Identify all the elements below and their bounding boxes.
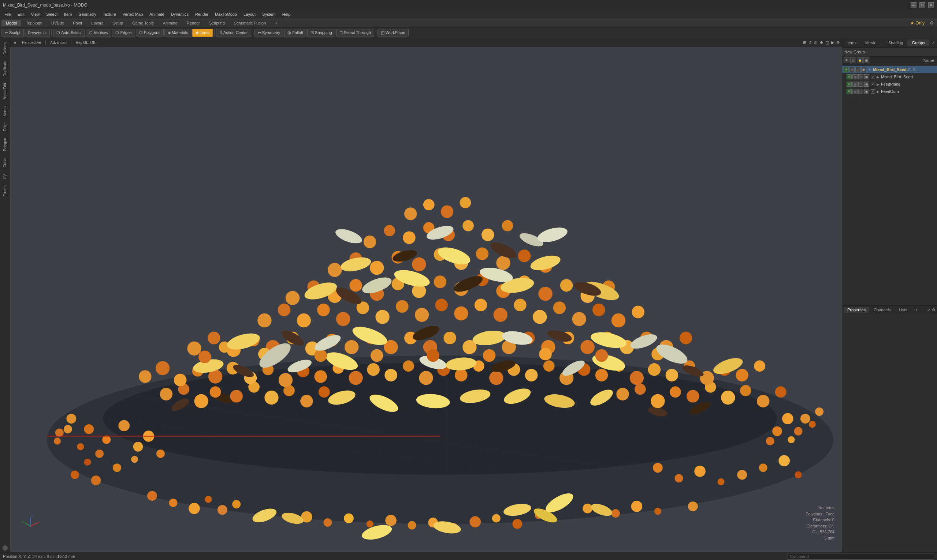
tree-type-icon-1[interactable]: ▣ bbox=[861, 67, 866, 72]
maximize-button[interactable]: □ bbox=[919, 2, 925, 8]
viewport-icon-refresh[interactable]: ↺ bbox=[809, 40, 812, 45]
menu-file[interactable]: File bbox=[2, 11, 14, 17]
tree-collapse-icon-1[interactable]: ▼ bbox=[868, 68, 871, 72]
bpanel-expand-icon[interactable]: ⤢ bbox=[927, 308, 931, 312]
command-input[interactable] bbox=[787, 553, 934, 560]
tree-header-eye-icon[interactable]: 👁 bbox=[844, 57, 849, 63]
viewport-raygl-btn[interactable]: Ray GL: Off bbox=[74, 40, 97, 45]
tree-render-icon-1[interactable]: ◎ bbox=[849, 67, 855, 72]
bpanel-tab-add[interactable]: + bbox=[911, 307, 921, 313]
rpanel-tab-mesh[interactable]: Mesh ... bbox=[861, 40, 884, 46]
tree-type-icon-4[interactable]: ▣ bbox=[864, 89, 869, 94]
sculpt-button[interactable]: ✏ Sculpt bbox=[2, 29, 24, 37]
viewport-icon-zoom[interactable]: ⊕ bbox=[820, 40, 823, 45]
tree-row-mixed-bird-seed-group[interactable]: 👁 ◎ □ ▣ ▼ Mixed_Bird_Seed 2 : Gr... bbox=[842, 66, 937, 73]
bpanel-tab-lists[interactable]: Lists bbox=[895, 307, 911, 313]
tab-animate[interactable]: Animate bbox=[159, 20, 182, 26]
tab-scripting[interactable]: Scripting bbox=[205, 20, 229, 26]
tab-setup[interactable]: Setup bbox=[108, 20, 127, 26]
tab-add[interactable]: + bbox=[270, 20, 282, 26]
viewport-icon-play[interactable]: ▶ bbox=[831, 40, 834, 45]
left-tab-curve[interactable]: Curve bbox=[2, 155, 8, 171]
viewport-icon-frame[interactable]: ◱ bbox=[825, 40, 829, 45]
tree-check-4[interactable]: ✓ bbox=[871, 89, 875, 94]
viewport-icon-camera[interactable]: ◎ bbox=[814, 40, 818, 45]
select-through-button[interactable]: ⊡ Select Through bbox=[336, 29, 374, 37]
left-tab-uv[interactable]: UV bbox=[2, 171, 8, 182]
tree-header-lock-icon[interactable]: 🔒 bbox=[857, 57, 863, 63]
menu-help[interactable]: Help bbox=[279, 11, 294, 17]
bpanel-tab-properties[interactable]: Properties bbox=[844, 307, 869, 313]
rpanel-tab-groups[interactable]: Groups bbox=[907, 40, 929, 46]
bpanel-settings-icon[interactable]: ⚙ bbox=[932, 308, 935, 312]
tab-schematic-fusion[interactable]: Schematic Fusion bbox=[230, 20, 270, 26]
tab-layout[interactable]: Layout bbox=[87, 20, 108, 26]
left-tab-fusion[interactable]: Fusion bbox=[2, 183, 8, 199]
tree-row-mixed-bird-seed-mesh[interactable]: 👁 ◎ □ ▣ ✓ ▶ Mixed_Bird_Seed bbox=[842, 73, 937, 80]
tab-uvedit[interactable]: UVEdit bbox=[47, 20, 68, 26]
menu-layout[interactable]: Layout bbox=[241, 11, 258, 17]
menu-geometry[interactable]: Geometry bbox=[76, 11, 99, 17]
tree-expand-icon-4[interactable]: ▶ bbox=[877, 89, 880, 94]
tree-header-render-icon[interactable]: ◎ bbox=[850, 57, 856, 63]
polygons-button[interactable]: ⬡ Polygons bbox=[136, 29, 164, 37]
tree-lock-icon-4[interactable]: □ bbox=[858, 89, 863, 94]
left-tab-vertex[interactable]: Vertex bbox=[2, 103, 8, 119]
menu-edit[interactable]: Edit bbox=[15, 11, 28, 17]
vertices-button[interactable]: ⬡ Vertices bbox=[86, 29, 111, 37]
left-tab-polygon[interactable]: Polygon bbox=[2, 135, 8, 154]
tree-type-icon-3[interactable]: ▣ bbox=[864, 82, 869, 87]
tree-eye-icon-2[interactable]: 👁 bbox=[847, 74, 852, 79]
bpanel-tab-channels[interactable]: Channels bbox=[870, 307, 894, 313]
minimize-button[interactable]: — bbox=[911, 2, 917, 8]
snapping-button[interactable]: ⊞ Snapping bbox=[307, 29, 335, 37]
tree-eye-icon-3[interactable]: 👁 bbox=[847, 82, 852, 87]
presets-button[interactable]: Presets F6 bbox=[25, 29, 50, 37]
tree-expand-icon-3[interactable]: ▶ bbox=[877, 82, 880, 86]
left-tab-deform[interactable]: Deform bbox=[2, 40, 8, 57]
left-tab-duplicate[interactable]: Duplicate bbox=[2, 58, 8, 79]
left-tab-edge[interactable]: Edge bbox=[2, 120, 8, 134]
tree-render-icon-2[interactable]: ◎ bbox=[852, 74, 858, 79]
viewport-advanced-btn[interactable]: Advanced bbox=[49, 40, 68, 45]
viewport-icon-expand[interactable]: ✥ bbox=[836, 40, 840, 45]
menu-animate[interactable]: Animate bbox=[147, 11, 167, 17]
symmetry-button[interactable]: ⇔ Symmetry bbox=[255, 29, 284, 37]
tree-lock-icon-2[interactable]: □ bbox=[858, 74, 863, 79]
tab-model[interactable]: Model bbox=[2, 20, 21, 26]
edges-button[interactable]: ⬡ Edges bbox=[112, 29, 135, 37]
auto-select-button[interactable]: ⬡ Auto Select bbox=[53, 29, 85, 37]
tab-game-tools[interactable]: Game Tools bbox=[128, 20, 158, 26]
falloff-button[interactable]: ◎ Falloff bbox=[284, 29, 306, 37]
tree-header-type-icon[interactable]: ▣ bbox=[863, 57, 869, 63]
menu-item[interactable]: Item bbox=[61, 11, 75, 17]
tree-eye-icon-1[interactable]: 👁 bbox=[844, 67, 849, 72]
menu-view[interactable]: View bbox=[28, 11, 43, 17]
tree-eye-icon-4[interactable]: 👁 bbox=[847, 89, 852, 94]
close-button[interactable]: ✕ bbox=[928, 2, 934, 8]
menu-vertex-map[interactable]: Vertex Map bbox=[120, 11, 146, 17]
tree-lock-icon-1[interactable]: □ bbox=[855, 67, 860, 72]
tree-row-feedcorn[interactable]: 👁 ◎ □ ▣ ✓ ▶ FeedCorn bbox=[842, 88, 937, 95]
menu-texture[interactable]: Texture bbox=[100, 11, 119, 17]
tab-topology[interactable]: Topology bbox=[22, 20, 46, 26]
tab-render[interactable]: Render bbox=[182, 20, 204, 26]
workplane-button[interactable]: ◰ WorkPlane bbox=[378, 29, 409, 37]
menu-system[interactable]: System bbox=[259, 11, 279, 17]
rpanel-tab-items[interactable]: Items bbox=[842, 40, 861, 46]
tree-render-icon-3[interactable]: ◎ bbox=[852, 82, 858, 87]
left-dot[interactable] bbox=[3, 545, 8, 551]
viewport-icon-grid[interactable]: ⊞ bbox=[803, 40, 806, 45]
viewport-perspective-btn[interactable]: ● bbox=[12, 40, 18, 45]
tree-type-icon-2[interactable]: ▣ bbox=[864, 74, 869, 79]
tree-row-feedplane[interactable]: 👁 ◎ □ ▣ ✓ ▶ FeedPlane bbox=[842, 80, 937, 88]
tree-render-icon-4[interactable]: ◎ bbox=[852, 89, 858, 94]
viewport-perspective-label[interactable]: Perspective bbox=[20, 40, 42, 45]
materials-button[interactable]: ◈ Materials bbox=[164, 29, 191, 37]
items-button[interactable]: ◈ Items bbox=[192, 29, 213, 37]
left-tab-mesh-edit[interactable]: Mesh Edit bbox=[2, 80, 8, 102]
star-label[interactable]: ★ Only bbox=[908, 20, 927, 26]
tree-check-3[interactable]: ✓ bbox=[871, 82, 875, 86]
menu-dynamics[interactable]: Dynamics bbox=[168, 11, 191, 17]
menu-select[interactable]: Select bbox=[43, 11, 60, 17]
